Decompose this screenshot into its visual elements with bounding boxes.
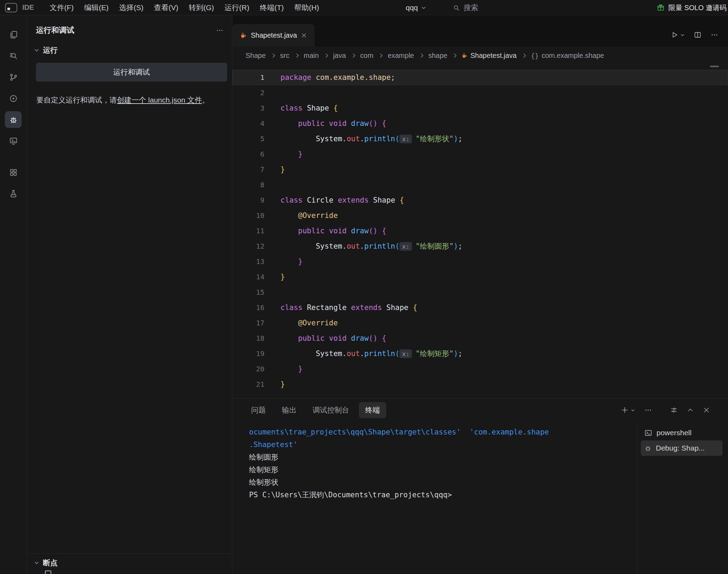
line-number[interactable]: 1 (232, 70, 264, 85)
code-line[interactable]: 20 } (232, 361, 728, 377)
line-number[interactable]: 5 (232, 131, 264, 146)
code-line[interactable]: 1package com.example.shape; (232, 70, 728, 85)
line-number[interactable]: 20 (232, 361, 264, 377)
breakpoint-checkbox[interactable] (45, 571, 51, 574)
code-line-text: public void draw() { (264, 116, 386, 131)
line-number[interactable]: 13 (232, 254, 264, 269)
code-line[interactable]: 19 System.out.println(x:"绘制矩形"); (232, 346, 728, 361)
line-number[interactable]: 4 (232, 116, 264, 131)
breadcrumb-item[interactable]: shape (428, 52, 448, 60)
panel-tab-terminal[interactable]: 终端 (359, 402, 386, 418)
menu-goto[interactable]: 转到(G) (183, 3, 219, 13)
line-number[interactable]: 21 (232, 377, 264, 392)
menu-run[interactable]: 运行(R) (219, 3, 255, 13)
panel-tab-output[interactable]: 输出 (276, 402, 303, 418)
breadcrumb-item[interactable]: Shape (246, 52, 266, 60)
breadcrumb-item[interactable]: main (304, 52, 319, 60)
run-and-debug-button[interactable]: 运行和调试 (36, 63, 227, 82)
title-bar: IDE 文件(F) 编辑(E) 选择(S) 查看(V) 转到(G) 运行(R) … (0, 0, 728, 15)
menu-edit[interactable]: 编辑(E) (79, 3, 114, 13)
code-line[interactable]: 9class Circle extends Shape { (232, 192, 728, 208)
line-number[interactable]: 19 (232, 346, 264, 361)
apps-grid-icon[interactable] (5, 164, 22, 181)
code-line[interactable]: 21} (232, 377, 728, 392)
promo-banner[interactable]: 限量 SOLO 邀请码 (656, 0, 727, 15)
line-number[interactable]: 14 (232, 269, 264, 285)
code-line[interactable]: 8 (232, 177, 728, 192)
code-line[interactable]: 7} (232, 162, 728, 177)
code-line[interactable]: 13 } (232, 254, 728, 269)
panel-more-actions-icon[interactable] (644, 406, 652, 414)
menu-selection[interactable]: 选择(S) (114, 3, 149, 13)
line-number[interactable]: 18 (232, 331, 264, 346)
line-number[interactable]: 15 (232, 285, 264, 300)
maximize-panel-icon[interactable] (687, 407, 694, 414)
code-line[interactable]: 5 System.out.println(x:"绘制形状"); (232, 131, 728, 146)
editor-more-actions-icon[interactable] (711, 31, 718, 39)
code-line[interactable]: 17 @Override (232, 315, 728, 331)
code-line[interactable]: 4 public void draw() { (232, 116, 728, 131)
line-number[interactable]: 9 (232, 192, 264, 208)
terminal-list-item-debug[interactable]: Debug: Shap... (641, 440, 722, 456)
monitor-icon[interactable] (5, 133, 22, 149)
source-control-icon[interactable] (5, 69, 22, 85)
line-number[interactable]: 7 (232, 162, 264, 177)
menu-terminal[interactable]: 终端(T) (255, 3, 289, 13)
code-line[interactable]: 15 (232, 285, 728, 300)
tab-close-icon[interactable] (301, 32, 307, 38)
panel-tab-problems[interactable]: 问题 (245, 402, 272, 418)
code-line[interactable]: 10 @Override (232, 208, 728, 223)
split-editor-icon[interactable] (694, 31, 701, 39)
code-editor[interactable]: 1package com.example.shape;23class Shape… (232, 65, 728, 398)
line-number[interactable]: 11 (232, 223, 264, 239)
app-logo-icon[interactable] (5, 3, 17, 13)
line-number[interactable]: 3 (232, 100, 264, 116)
tab-shapetest-java[interactable]: Shapetest.java (232, 24, 315, 46)
code-line-text: public void draw() { (264, 331, 386, 346)
line-number[interactable]: 16 (232, 300, 264, 315)
run-section-header[interactable]: 运行 (34, 45, 232, 55)
explorer-icon[interactable] (5, 26, 22, 43)
line-number[interactable]: 8 (232, 177, 264, 192)
code-line[interactable]: 11 public void draw() { (232, 223, 728, 239)
line-number[interactable]: 10 (232, 208, 264, 223)
line-number[interactable]: 17 (232, 315, 264, 331)
panel-tab-debug-console[interactable]: 调试控制台 (306, 402, 355, 418)
menu-file[interactable]: 文件(F) (44, 3, 79, 13)
line-number[interactable]: 12 (232, 239, 264, 254)
sidebar-more-actions-icon[interactable] (216, 27, 224, 34)
breadcrumb-item-symbol[interactable]: {} com.example.shape (531, 52, 604, 60)
terminal-output[interactable]: ocuments\trae_projects\qqq\Shape\target\… (232, 422, 637, 574)
breadcrumb-item-file[interactable]: Shapetest.java (461, 52, 516, 60)
terminal-tune-icon[interactable] (670, 406, 678, 414)
close-panel-icon[interactable] (703, 407, 710, 414)
menu-help[interactable]: 帮助(H) (289, 3, 324, 13)
run-file-button[interactable] (671, 31, 685, 39)
line-number[interactable]: 2 (232, 85, 264, 100)
code-line[interactable]: 18 public void draw() { (232, 331, 728, 346)
code-line[interactable]: 6 } (232, 146, 728, 162)
breadcrumb-item[interactable]: example (388, 52, 414, 60)
breadcrumb-item[interactable]: src (280, 52, 290, 60)
chevron-right-icon (294, 53, 299, 58)
code-line[interactable]: 12 System.out.println(x:"绘制圆形"); (232, 239, 728, 254)
breakpoints-section-header[interactable]: 断点 (27, 553, 232, 571)
code-line[interactable]: 2 (232, 85, 728, 100)
create-launch-json-link[interactable]: 创建一个 launch.json 文件 (117, 96, 202, 104)
code-line[interactable]: 16class Rectangle extends Shape { (232, 300, 728, 315)
run-circle-icon[interactable] (5, 90, 22, 107)
code-line[interactable]: 3class Shape { (232, 100, 728, 116)
new-terminal-button[interactable] (621, 406, 635, 414)
test-flask-icon[interactable] (5, 185, 22, 202)
run-debug-sidebar: 运行和调试 运行 运行和调试 要自定义运行和调试，请创建一个 launch.js… (27, 15, 232, 574)
breadcrumb-item[interactable]: com (360, 52, 374, 60)
debug-icon[interactable] (5, 111, 22, 128)
search-files-icon[interactable] (5, 47, 22, 64)
terminal-list-item-powershell[interactable]: powershell (641, 425, 722, 440)
line-number[interactable]: 6 (232, 146, 264, 162)
menu-view[interactable]: 查看(V) (149, 3, 183, 13)
code-line[interactable]: 14} (232, 269, 728, 285)
search-box[interactable]: 搜索 (453, 0, 478, 15)
breadcrumb-item[interactable]: java (333, 52, 346, 60)
workspace-switcher[interactable]: qqq (406, 0, 426, 15)
